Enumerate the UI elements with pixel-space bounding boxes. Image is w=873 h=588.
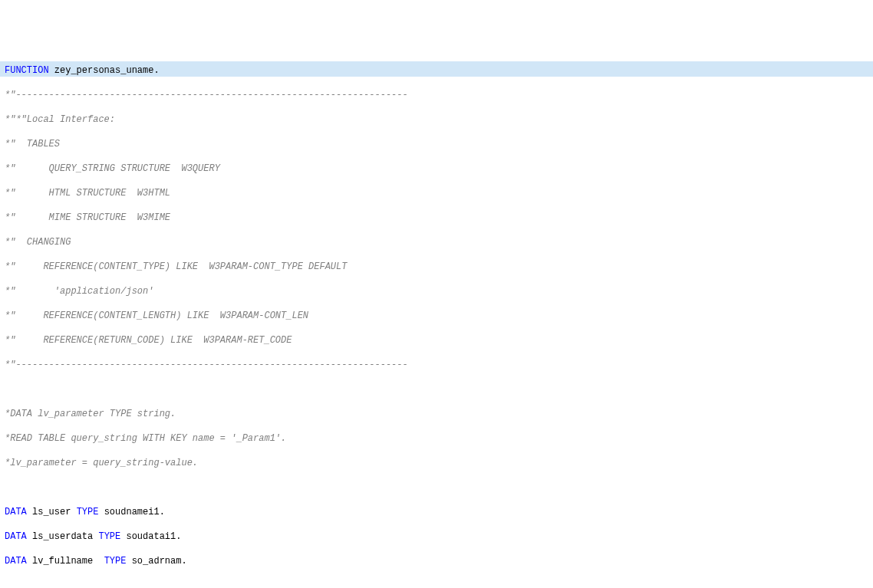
code-line-3: *"*"Local Interface: [5,113,868,126]
code-line-6: *" HTML STRUCTURE W3HTML [5,187,868,199]
code-line-20: DATA ls_userdata TYPE soudatai1. [5,531,868,543]
keyword-function: FUNCTION [5,65,49,76]
code-line-17: *lv_parameter = query_string-value. [5,457,868,469]
code-line-16: *READ TABLE query_string WITH KEY name =… [5,432,868,445]
code-line-13: *"--------------------------------------… [5,359,868,371]
code-line-11: *" REFERENCE(CONTENT_LENGTH) LIKE W3PARA… [5,310,868,322]
code-line-15: *DATA lv_parameter TYPE string. [5,408,868,420]
code-line-18 [5,481,868,494]
code-line-7: *" MIME STRUCTURE W3MIME [5,212,868,224]
code-line-21: DATA lv_fullname TYPE so_adrnam. [5,555,868,567]
code-line-1: FUNCTION zey_personas_uname. [0,61,873,77]
code-line-10: *" 'application/json' [5,285,868,297]
code-line-12: *" REFERENCE(RETURN_CODE) LIKE W3PARAM-R… [5,334,868,347]
code-line-4: *" TABLES [5,138,868,150]
code-line-2: *"--------------------------------------… [5,89,868,101]
code-line-8: *" CHANGING [5,236,868,248]
code-line-9: *" REFERENCE(CONTENT_TYPE) LIKE W3PARAM-… [5,261,868,273]
code-line-19: DATA ls_user TYPE soudnamei1. [5,506,868,518]
code-line-5: *" QUERY_STRING STRUCTURE W3QUERY [5,163,868,175]
code-line-14 [5,383,868,396]
abap-code-editor[interactable]: FUNCTION zey_personas_uname. *"---------… [0,49,873,588]
code-line-22 [5,580,868,588]
